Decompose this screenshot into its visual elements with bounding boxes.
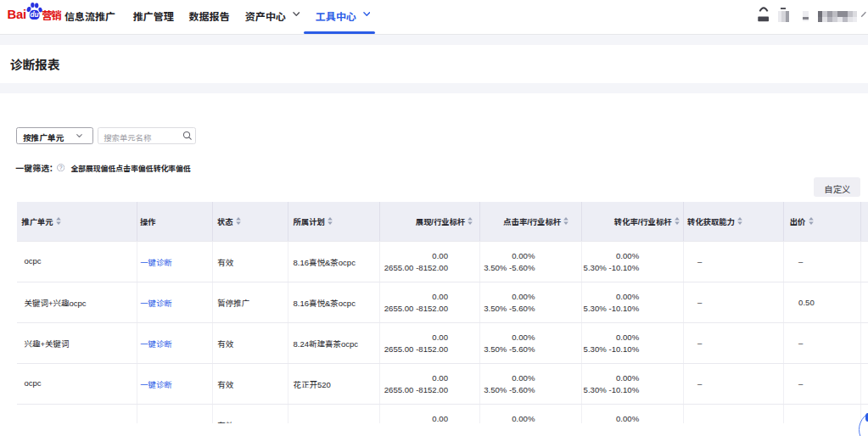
svg-text:?: ? [59,165,63,170]
svg-text:du: du [30,11,38,20]
